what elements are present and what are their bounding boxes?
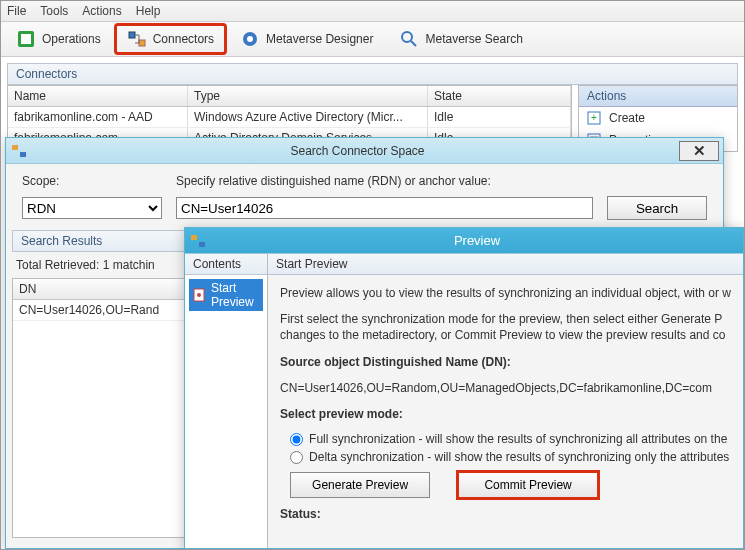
close-button[interactable]: ✕: [679, 141, 719, 161]
connectors-icon: [127, 29, 147, 49]
toolbar-connectors[interactable]: Connectors: [116, 25, 225, 53]
menubar: File Tools Actions Help: [1, 1, 744, 22]
menu-tools[interactable]: Tools: [40, 4, 68, 18]
preview-text-1: Preview allows you to view the results o…: [280, 285, 731, 301]
scs-titlebar[interactable]: Search Connector Space ✕: [6, 138, 723, 164]
radio-full-sync[interactable]: Full synchronization - will show the res…: [290, 432, 731, 446]
rdn-input[interactable]: [176, 197, 593, 219]
preview-tree: Contents Start Preview: [185, 254, 268, 548]
connectors-grid-head: Name Type State: [8, 86, 571, 107]
preview-window: Preview Contents Start Preview Start Pre…: [184, 227, 744, 549]
dn-value: CN=User14026,OU=Random,OU=ManagedObjects…: [280, 380, 731, 396]
radio-delta-sync[interactable]: Delta synchronization - will show the re…: [290, 450, 731, 464]
preview-title: Preview: [215, 233, 739, 248]
menu-actions[interactable]: Actions: [82, 4, 121, 18]
svg-line-7: [411, 41, 416, 46]
page-icon: [193, 288, 207, 302]
connectors-header: Connectors: [7, 63, 738, 85]
menu-file[interactable]: File: [7, 4, 26, 18]
scope-select[interactable]: RDN: [22, 197, 162, 219]
action-create[interactable]: + Create: [579, 107, 737, 129]
svg-rect-1: [21, 34, 31, 44]
toolbar-mv-search[interactable]: Metaverse Search: [388, 25, 533, 53]
radio-full-input[interactable]: [290, 433, 303, 446]
svg-text:+: +: [591, 112, 597, 123]
scope-label: Scope:: [22, 174, 162, 188]
tree-item-label: Start Preview: [211, 281, 259, 309]
start-preview-header: Start Preview: [268, 254, 743, 275]
cell-type: Windows Azure Active Directory (Micr...: [188, 107, 428, 127]
menu-help[interactable]: Help: [136, 4, 161, 18]
svg-rect-2: [129, 32, 135, 38]
toolbar-mv-designer[interactable]: Metaverse Designer: [229, 25, 384, 53]
toolbar-connectors-label: Connectors: [153, 32, 214, 46]
svg-point-6: [402, 32, 412, 42]
preview-text-2b: changes to the metadirectory, or Commit …: [280, 327, 731, 343]
radio-delta-label: Delta synchronization - will show the re…: [309, 450, 729, 464]
toolbar-mv-search-label: Metaverse Search: [425, 32, 522, 46]
scope-instructions: Specify relative distinguished name (RDN…: [176, 174, 491, 188]
svg-rect-3: [139, 40, 145, 46]
scs-title: Search Connector Space: [36, 144, 679, 158]
preview-main: Start Preview Preview allows you to view…: [268, 254, 743, 548]
status-label: Status:: [280, 507, 321, 521]
contents-header: Contents: [185, 254, 267, 275]
dn-label: Source object Distinguished Name (DN):: [280, 355, 511, 369]
tree-start-preview[interactable]: Start Preview: [189, 279, 263, 311]
svg-rect-16: [199, 242, 205, 247]
close-icon: ✕: [693, 142, 706, 160]
connector-row[interactable]: fabrikamonline.com - AAD Windows Azure A…: [8, 107, 571, 128]
toolbar-operations[interactable]: Operations: [5, 25, 112, 53]
col-type[interactable]: Type: [188, 86, 428, 106]
actions-header: Actions: [579, 86, 737, 107]
svg-point-5: [247, 36, 253, 42]
radio-delta-input[interactable]: [290, 451, 303, 464]
toolbar-mv-designer-label: Metaverse Designer: [266, 32, 373, 46]
mv-search-icon: [399, 29, 419, 49]
search-button[interactable]: Search: [607, 196, 707, 220]
cell-state: Idle: [428, 107, 571, 127]
mv-designer-icon: [240, 29, 260, 49]
window-icon: [10, 142, 28, 160]
svg-rect-15: [191, 235, 197, 240]
window-icon: [189, 232, 207, 250]
commit-preview-button[interactable]: Commit Preview: [458, 472, 598, 498]
cell-name: fabrikamonline.com - AAD: [8, 107, 188, 127]
svg-point-18: [197, 293, 201, 297]
col-state[interactable]: State: [428, 86, 571, 106]
mode-label: Select preview mode:: [280, 407, 403, 421]
preview-titlebar[interactable]: Preview: [185, 228, 743, 254]
preview-text-2a: First select the synchronization mode fo…: [280, 311, 731, 327]
generate-preview-button[interactable]: Generate Preview: [290, 472, 430, 498]
operations-icon: [16, 29, 36, 49]
svg-rect-13: [12, 145, 18, 150]
col-name[interactable]: Name: [8, 86, 188, 106]
radio-full-label: Full synchronization - will show the res…: [309, 432, 727, 446]
create-icon: +: [587, 110, 603, 126]
toolbar-operations-label: Operations: [42, 32, 101, 46]
action-create-label: Create: [609, 111, 645, 125]
toolbar: Operations Connectors Metaverse Designer…: [1, 22, 744, 57]
svg-rect-14: [20, 152, 26, 157]
